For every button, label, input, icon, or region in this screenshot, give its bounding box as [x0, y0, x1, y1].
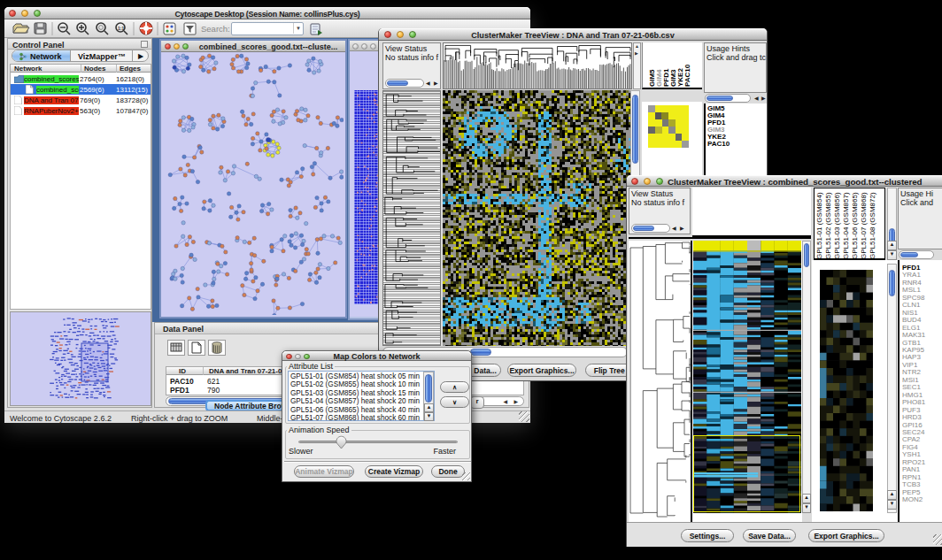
svg-text:1:1: 1:1 [118, 26, 124, 31]
